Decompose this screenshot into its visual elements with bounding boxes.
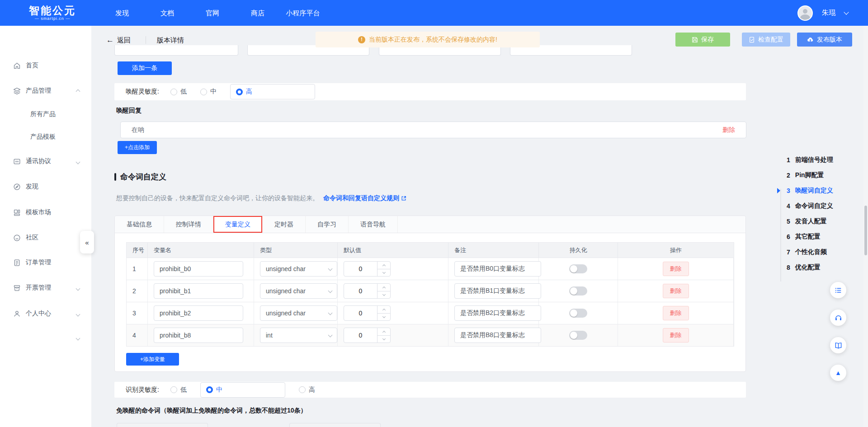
anchor-item-command-word[interactable]: 4命令词自定义 xyxy=(776,201,862,211)
sidebar-item-community[interactable]: 社区 xyxy=(0,232,91,243)
sidebar-item-discover[interactable]: 发现 xyxy=(0,181,91,192)
delete-row-button[interactable]: 删除 xyxy=(663,284,689,298)
stepper-up-button[interactable] xyxy=(377,284,390,291)
sidebar-item-extra[interactable] xyxy=(0,332,91,343)
nav-item-docs[interactable]: 文档 xyxy=(145,0,190,26)
support-fab[interactable] xyxy=(830,310,846,326)
default-value-stepper[interactable]: 0 xyxy=(344,261,391,277)
variable-name-input[interactable] xyxy=(154,328,243,343)
delete-row-button[interactable]: 删除 xyxy=(663,262,689,276)
persist-toggle[interactable] xyxy=(569,331,587,340)
config-list-fab[interactable] xyxy=(830,282,846,298)
user-menu[interactable]: 朱琨 xyxy=(797,5,848,21)
nav-item-store[interactable]: 商店 xyxy=(235,0,280,26)
stepper-down-button[interactable] xyxy=(377,291,390,299)
anchor-item-frontend-signal[interactable]: 1前端信号处理 xyxy=(776,155,862,165)
tab-variable-definition[interactable]: 变量定义 xyxy=(213,216,263,233)
chevron-down-icon[interactable] xyxy=(844,9,849,14)
default-value-stepper[interactable]: 0 xyxy=(344,283,391,299)
tab-control-detail[interactable]: 控制详情 xyxy=(164,216,213,233)
sidebar-item-profile[interactable]: 个人中心 xyxy=(0,308,91,319)
nav-item-discover[interactable]: 发现 xyxy=(99,0,145,26)
truncated-bottom-input-1[interactable] xyxy=(117,423,208,427)
docs-fab[interactable] xyxy=(830,337,846,353)
rule-link[interactable]: 命令词和回复语自定义规则 xyxy=(323,194,406,202)
persist-toggle[interactable] xyxy=(569,286,587,296)
wake-sensitivity-option-low[interactable]: 低 xyxy=(170,88,187,96)
variable-type-select[interactable]: unsigned char xyxy=(260,283,337,299)
sidebar-item-home[interactable]: 首页 xyxy=(0,60,91,71)
add-one-button[interactable]: 添加一条 xyxy=(118,61,172,75)
anchor-item-optimize-config[interactable]: 8优化配置 xyxy=(776,262,862,273)
tab-self-learning[interactable]: 自学习 xyxy=(306,216,349,233)
back-to-top-fab[interactable]: ▲ xyxy=(830,365,846,381)
sidebar-item-invoice-management[interactable]: 开票管理 xyxy=(0,282,91,293)
radio-icon[interactable] xyxy=(299,386,306,393)
variable-type-select[interactable]: unsigned char xyxy=(260,261,337,277)
nav-item-official-site[interactable]: 官网 xyxy=(190,0,235,26)
wake-reply-input-row[interactable]: 在呐 删除 xyxy=(120,122,746,138)
remark-input[interactable] xyxy=(454,283,541,299)
add-reply-button[interactable]: +点击添加 xyxy=(118,141,157,154)
wake-reply-delete-link[interactable]: 删除 xyxy=(722,126,735,134)
recognition-sensitivity-option-low[interactable]: 低 xyxy=(170,386,187,394)
anchor-item-wake-word[interactable]: 3唤醒词自定义 xyxy=(776,185,862,196)
avatar[interactable] xyxy=(797,5,813,21)
nav-item-miniprogram[interactable]: 小程序平台 xyxy=(280,0,326,26)
sidebar-collapse-button[interactable]: « xyxy=(80,231,94,253)
variable-name-input[interactable] xyxy=(154,305,243,321)
add-variable-button[interactable]: +添加变量 xyxy=(126,353,179,366)
publish-version-button[interactable]: 发布版本 xyxy=(797,33,852,47)
recognition-sensitivity-option-high[interactable]: 高 xyxy=(299,386,315,394)
anchor-item-pin-config[interactable]: 2Pin脚配置 xyxy=(776,170,862,181)
stepper-up-button[interactable] xyxy=(377,328,390,335)
save-button[interactable]: 保存 xyxy=(675,33,730,47)
anchor-item-personal-audio[interactable]: 7个性化音频 xyxy=(776,247,862,258)
radio-icon[interactable] xyxy=(170,386,177,393)
tab-timer[interactable]: 定时器 xyxy=(263,216,306,233)
stepper-up-button[interactable] xyxy=(377,306,390,313)
truncated-bottom-input-2[interactable] xyxy=(289,423,381,427)
stepper-down-button[interactable] xyxy=(377,269,390,277)
remark-input[interactable] xyxy=(454,305,541,321)
variable-name-input[interactable] xyxy=(154,283,243,299)
anchor-item-other-config[interactable]: 6其它配置 xyxy=(776,231,862,242)
sidebar-item-label: 社区 xyxy=(26,234,38,242)
remark-input[interactable] xyxy=(454,328,541,343)
sidebar-item-product-management[interactable]: 产品管理 xyxy=(0,85,91,96)
radio-selected-icon[interactable] xyxy=(236,89,243,95)
stepper-up-button[interactable] xyxy=(377,262,390,269)
radio-selected-icon[interactable] xyxy=(206,386,213,393)
sidebar-item-all-products[interactable]: 所有产品 xyxy=(0,109,91,120)
remark-input[interactable] xyxy=(454,261,541,277)
sidebar-item-order-management[interactable]: 订单管理 xyxy=(0,257,91,268)
sidebar-item-template-market[interactable]: 模板市场 xyxy=(0,207,91,218)
stepper-down-button[interactable] xyxy=(377,313,390,321)
variable-type-select[interactable]: unsigned char xyxy=(260,305,337,321)
radio-icon[interactable] xyxy=(200,89,207,95)
sidebar-item-protocol[interactable]: 通讯协议 xyxy=(0,156,91,167)
recognition-sensitivity-option-medium[interactable]: 中 xyxy=(200,382,285,398)
check-config-button[interactable]: 检查配置 xyxy=(742,33,790,47)
tab-voice-navigation[interactable]: 语音导航 xyxy=(349,216,398,233)
delete-row-button[interactable]: 删除 xyxy=(663,328,689,343)
tab-basic-info[interactable]: 基础信息 xyxy=(115,216,164,233)
scrollbar-thumb[interactable] xyxy=(864,206,867,255)
truncated-input-1[interactable] xyxy=(114,45,238,56)
variable-name-input[interactable] xyxy=(154,261,243,277)
radio-icon[interactable] xyxy=(170,89,177,95)
variable-type-select[interactable]: int xyxy=(260,328,337,343)
back-button[interactable]: ← 返回 xyxy=(106,36,131,45)
sidebar-item-product-templates[interactable]: 产品模板 xyxy=(0,131,91,142)
stepper-down-button[interactable] xyxy=(377,335,390,343)
persist-toggle[interactable] xyxy=(569,264,587,273)
persist-toggle[interactable] xyxy=(569,309,587,318)
default-value-stepper[interactable]: 0 xyxy=(344,328,391,343)
wake-sensitivity-option-medium[interactable]: 中 xyxy=(200,88,217,96)
wake-reply-value[interactable]: 在呐 xyxy=(132,126,722,134)
default-value-stepper[interactable]: 0 xyxy=(344,305,391,321)
anchor-item-speaker-config[interactable]: 5发音人配置 xyxy=(776,216,862,227)
delete-row-button[interactable]: 删除 xyxy=(663,306,689,320)
logo[interactable]: 智能公元 — smartpi.cn — xyxy=(16,5,89,21)
wake-sensitivity-option-high[interactable]: 高 xyxy=(230,84,315,99)
